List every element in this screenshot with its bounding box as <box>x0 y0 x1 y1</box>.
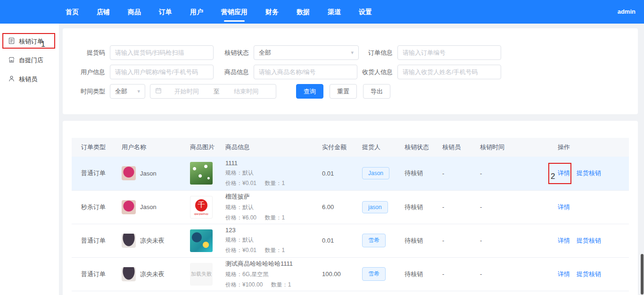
table-header-row: 订单类型 用户名称 商品图片 商品信息 实付金额 提货人 核销状态 核销员 核销… <box>72 138 629 157</box>
chevron-down-icon: ▾ <box>137 88 140 94</box>
product-qty: 数量：1 <box>264 180 285 186</box>
chevron-down-icon: ▾ <box>351 50 354 56</box>
product-info-input[interactable] <box>254 65 357 79</box>
vertical-scrollbar-thumb[interactable] <box>641 254 644 295</box>
time-type-select[interactable]: 全部 ▾ <box>110 84 145 99</box>
status-cell: 待核销 <box>395 257 433 291</box>
receiver-info-input[interactable] <box>397 65 501 79</box>
query-button[interactable]: 查询 <box>296 84 323 99</box>
nav-item-home[interactable]: 首页 <box>63 0 82 24</box>
verify-status-select[interactable]: 全部 ▾ <box>254 45 359 60</box>
user-cell: Jason <box>112 157 181 190</box>
nav-item-marketing-apps[interactable]: 营销应用 <box>218 0 250 24</box>
verifier-cell: - <box>433 257 471 291</box>
status-cell: 待核销 <box>395 190 433 224</box>
user-avatar <box>122 166 136 180</box>
product-price: 价格：¥0.01 <box>225 247 256 253</box>
column-header-verify-status: 核销状态 <box>395 138 433 157</box>
user-name: 凉央未夜 <box>140 270 165 278</box>
order-type-cell: 普通订单 <box>72 224 112 257</box>
product-title: 1111 <box>225 160 313 167</box>
table-row: 普通订单 凉央未夜 123 规格：默认 价格：¥0. <box>72 224 629 257</box>
picker-cell: 雪希 <box>353 257 395 291</box>
reset-button[interactable]: 重置 <box>330 84 357 99</box>
admin-user-menu[interactable]: admin <box>618 0 636 24</box>
orders-table-panel: 订单类型 用户名称 商品图片 商品信息 实付金额 提货人 核销状态 核销员 核销… <box>63 121 638 295</box>
time-type-label: 时间类型 <box>71 87 105 96</box>
user-info-input[interactable] <box>110 65 214 79</box>
nav-item-finance[interactable]: 财务 <box>263 0 281 24</box>
column-header-amount: 实付金额 <box>313 138 353 157</box>
detail-link[interactable]: 详情 <box>558 270 570 278</box>
pickup-verify-link[interactable]: 提货核销 <box>577 237 601 244</box>
actions-cell: 详情 <box>548 190 629 224</box>
person-icon <box>8 75 15 84</box>
picker-tag: jason <box>362 201 388 213</box>
column-header-picker: 提货人 <box>353 138 395 157</box>
sidebar-item-label: 核销员 <box>19 75 37 84</box>
user-avatar <box>122 267 136 281</box>
verify-status-label: 核销状态 <box>215 49 249 57</box>
date-range-picker[interactable]: 开始时间 至 结束时间 <box>150 84 276 99</box>
sidebar-item-pickup-stores[interactable]: 自提门店 <box>0 51 59 70</box>
nav-item-users[interactable]: 用户 <box>187 0 206 24</box>
order-info-input[interactable] <box>397 45 501 60</box>
product-image-cell <box>181 157 216 190</box>
pickup-code-input[interactable] <box>110 45 214 60</box>
order-type-cell: 普通订单 <box>72 157 112 190</box>
export-button[interactable]: 导出 <box>363 84 390 99</box>
nav-item-shop[interactable]: 店铺 <box>94 0 113 24</box>
product-image-cell: 千 qianjiashop <box>181 190 216 224</box>
product-image <box>190 229 213 252</box>
table-row: 普通订单 凉央未夜 加载失败 测试商品哈哈哈哈哈1111 规格：6G,星空黑 <box>72 257 629 291</box>
nav-item-orders[interactable]: 订单 <box>156 0 175 24</box>
picker-tag: 雪希 <box>362 267 386 281</box>
user-name: Jason <box>140 203 157 211</box>
detail-link[interactable]: 详情 <box>558 237 570 244</box>
column-header-order-type: 订单类型 <box>72 138 112 157</box>
product-qty: 数量：1 <box>264 214 285 221</box>
nav-item-products[interactable]: 商品 <box>125 0 144 24</box>
user-cell: 凉央未夜 <box>112 257 181 291</box>
product-image-cell: 加载失败 <box>181 257 216 291</box>
product-price: 价格：¥6.00 <box>225 214 256 221</box>
pickup-code-label: 提货码 <box>71 49 105 57</box>
amount-cell: 100.00 <box>313 257 353 291</box>
product-info-label: 商品信息 <box>215 68 249 76</box>
pickup-verify-link[interactable]: 提货核销 <box>577 169 601 177</box>
sidebar-item-verifiers[interactable]: 核销员 <box>0 70 59 89</box>
amount-cell: 0.01 <box>313 224 353 257</box>
picker-cell: 雪希 <box>353 224 395 257</box>
column-header-verify-time: 核销时间 <box>471 138 548 157</box>
user-info-field: 用户信息 <box>71 65 215 79</box>
column-header-product-image: 商品图片 <box>181 138 216 157</box>
verifier-cell: - <box>433 157 471 190</box>
start-time-placeholder: 开始时间 <box>162 87 212 96</box>
pickup-verify-link[interactable]: 提货核销 <box>577 270 601 278</box>
product-info-field: 商品信息 <box>215 65 359 79</box>
detail-link[interactable]: 详情 <box>558 169 570 177</box>
annotation-label-2: 2 <box>551 172 555 181</box>
product-image <box>190 162 213 185</box>
nav-item-channels[interactable]: 渠道 <box>325 0 344 24</box>
product-title: 测试商品哈哈哈哈哈1111 <box>225 260 313 268</box>
order-type-cell: 秒杀订单 <box>72 190 112 224</box>
filter-panel: 提货码 核销状态 全部 ▾ 订单信息 用户信息 商品信息 <box>63 28 638 114</box>
user-cell: 凉央未夜 <box>112 224 181 257</box>
order-list-icon <box>8 37 15 46</box>
verify-time-cell: - <box>471 190 548 224</box>
nav-item-data[interactable]: 数据 <box>294 0 313 24</box>
sidebar-item-verify-orders[interactable]: 核销订单 <box>0 32 59 51</box>
amount-cell: 0.01 <box>313 157 353 190</box>
top-navbar: 首页 店铺 商品 订单 用户 营销应用 财务 数据 渠道 设置 admin <box>0 0 644 24</box>
receiver-info-field: 收货人信息 <box>359 65 503 79</box>
product-title: 榴莲披萨 <box>225 193 313 201</box>
picker-tag: Jason <box>362 167 389 179</box>
detail-link[interactable]: 详情 <box>558 203 570 211</box>
product-spec: 规格：默认 <box>225 236 313 244</box>
calendar-icon <box>155 87 162 96</box>
nav-item-settings[interactable]: 设置 <box>356 0 375 24</box>
shop-logo-icon: 千 <box>195 199 207 211</box>
date-range-separator: 至 <box>212 87 222 96</box>
orders-table: 订单类型 用户名称 商品图片 商品信息 实付金额 提货人 核销状态 核销员 核销… <box>72 138 629 291</box>
